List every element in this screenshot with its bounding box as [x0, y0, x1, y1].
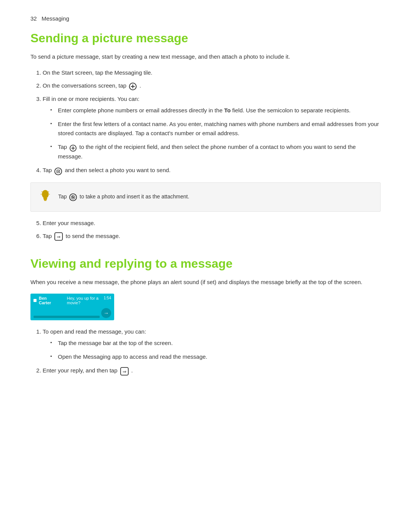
plus-circle-icon-step2: [129, 81, 137, 91]
lightbulb-icon: [38, 189, 52, 205]
notif-arrow-icon[interactable]: →: [101, 308, 111, 318]
sending-step-1: On the Start screen, tap the Messaging t…: [43, 68, 381, 77]
notif-name: Ben Carter: [39, 296, 59, 305]
notif-time: 1:54: [104, 296, 111, 300]
tip-text-content: Tap to take a photo and insert it as the…: [58, 192, 189, 201]
bullet-open-messaging: Open the Messaging app to access and rea…: [50, 352, 381, 361]
bullet-tap-plus: Tap to the right of the recipient field,…: [50, 142, 381, 161]
viewing-step-1: To open and read the message, you can: T…: [43, 327, 381, 361]
tip-box: Tap to take a photo and insert it as the…: [30, 182, 381, 212]
svg-point-10: [42, 190, 49, 198]
viewing-step-2: Enter your reply, and then tap ⇒ .: [43, 366, 381, 376]
bullet-contact-name: Enter the first few letters of a contact…: [50, 120, 381, 138]
svg-line-16: [48, 191, 49, 192]
plus-circle-icon-bullet: [69, 143, 77, 152]
svg-text:⇒: ⇒: [57, 234, 61, 240]
notif-dot: [33, 299, 37, 302]
notification-screenshot: 1:54 Ben Carter Hey, you up for a movie?…: [30, 294, 114, 320]
sending-step-2: On the conversations screen, tap .: [43, 81, 381, 91]
notif-bottom: →: [33, 308, 111, 320]
sending-step-3-bullets: Enter complete phone numbers or email ad…: [50, 106, 381, 161]
svg-rect-22: [72, 196, 73, 197]
svg-rect-11: [43, 198, 47, 199]
bullet-tap-message-bar: Tap the message bar at the top of the sc…: [50, 339, 381, 348]
sending-step-4: Tap and then select a photo you want to …: [43, 166, 381, 175]
svg-rect-13: [44, 200, 46, 201]
sending-step-5: Enter your message.: [43, 219, 381, 228]
svg-point-21: [72, 197, 74, 198]
sending-section: Sending a picture message To send a pict…: [30, 31, 381, 241]
paperclip-icon-step4: [54, 166, 62, 175]
notif-reply-button[interactable]: [33, 316, 100, 318]
sending-step-6: Tap ⇒ to send the message.: [43, 232, 381, 241]
sending-steps-list: On the Start screen, tap the Messaging t…: [43, 68, 381, 175]
send-icon-viewing-step2: ⇒: [120, 366, 129, 376]
sending-step-3: Fill in one or more recipients. You can:…: [43, 94, 381, 161]
svg-text:⇒: ⇒: [123, 369, 126, 374]
page-section: Messaging: [41, 15, 69, 22]
viewing-section: Viewing and replying to a message When y…: [30, 256, 381, 376]
page-number: 32: [30, 15, 37, 22]
bullet-to-field: Enter complete phone numbers or email ad…: [50, 106, 381, 115]
viewing-title: Viewing and replying to a message: [30, 256, 381, 271]
viewing-step-1-bullets: Tap the message bar at the top of the sc…: [50, 339, 381, 361]
sending-steps-continued: Enter your message. Tap ⇒ to send the me…: [43, 219, 381, 241]
page-header: 32 Messaging: [30, 15, 381, 22]
sending-intro: To send a picture message, start by crea…: [30, 52, 381, 61]
viewing-intro: When you receive a new message, the phon…: [30, 278, 381, 287]
svg-rect-12: [44, 199, 47, 200]
send-icon-step6: ⇒: [54, 232, 63, 241]
sending-title: Sending a picture message: [30, 31, 381, 45]
svg-line-15: [42, 191, 43, 192]
camera-icon-tip: [69, 193, 77, 201]
notif-top: Ben Carter Hey, you up for a movie?: [33, 296, 111, 305]
viewing-steps-list: To open and read the message, you can: T…: [43, 327, 381, 376]
